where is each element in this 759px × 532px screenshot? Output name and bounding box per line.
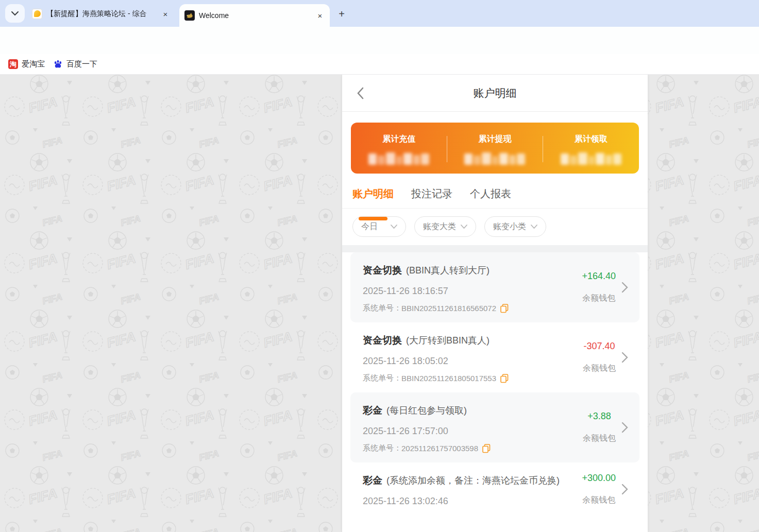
new-tab-button[interactable]: + bbox=[335, 7, 348, 21]
svg-text:FIFA: FIFA bbox=[732, 485, 759, 507]
tab-close-icon[interactable]: × bbox=[161, 9, 170, 19]
svg-text:FIFA: FIFA bbox=[653, 250, 685, 272]
svg-text:FIFA: FIFA bbox=[262, 407, 294, 429]
svg-text:FIFA: FIFA bbox=[105, 329, 137, 351]
page-title: 账户明细 bbox=[474, 86, 517, 100]
panel-header: 账户明细 bbox=[342, 75, 648, 112]
svg-text:FIFA: FIFA bbox=[105, 407, 137, 429]
tx-datetime: 2025-11-26 18:16:57 bbox=[363, 286, 579, 297]
svg-text:FIFA: FIFA bbox=[653, 172, 685, 194]
tx-wallet: 余额钱包 bbox=[582, 495, 615, 506]
svg-text:FIFA: FIFA bbox=[120, 291, 142, 306]
svg-text:FIFA: FIFA bbox=[746, 370, 759, 385]
masked-value bbox=[368, 151, 429, 165]
tab-bet-records[interactable]: 投注记录 bbox=[411, 187, 452, 208]
tab-search-button[interactable] bbox=[5, 4, 25, 23]
svg-text:FIFA: FIFA bbox=[27, 172, 59, 194]
svg-text:FIFA: FIFA bbox=[732, 172, 759, 194]
masked-value bbox=[561, 151, 621, 165]
copy-icon[interactable] bbox=[500, 304, 509, 313]
transaction-row[interactable]: 资金切换(大厅转到BBIN真人) 2025-11-26 18:05:02 系统单… bbox=[350, 322, 639, 392]
chevron-right-icon[interactable] bbox=[621, 483, 628, 495]
copy-icon[interactable] bbox=[500, 374, 509, 383]
baidu-paw-icon bbox=[53, 59, 63, 69]
tab-title: Welcome bbox=[199, 11, 315, 20]
chevron-down-icon bbox=[391, 225, 397, 229]
svg-text:FIFA: FIFA bbox=[27, 485, 59, 507]
svg-text:FIFA: FIFA bbox=[746, 448, 759, 463]
svg-text:FIFA: FIFA bbox=[653, 485, 685, 507]
tx-amount: +164.40 bbox=[582, 271, 616, 282]
svg-text:FIFA: FIFA bbox=[183, 250, 215, 272]
svg-text:FIFA: FIFA bbox=[262, 94, 294, 116]
transaction-row[interactable]: 彩金(每日红包参与领取) 2025-11-26 17:57:00 系统单号：20… bbox=[350, 392, 639, 462]
chevron-right-icon[interactable] bbox=[621, 421, 628, 434]
tab-account-detail[interactable]: 账户明细 bbox=[352, 187, 394, 208]
browser-tab-welcome[interactable]: Welcome × bbox=[179, 4, 330, 27]
bookmark-baidu[interactable]: 百度一下 bbox=[53, 59, 97, 69]
svg-text:FIFA: FIFA bbox=[276, 448, 298, 463]
bookmarks-bar: 淘 爱淘宝 百度一下 bbox=[0, 54, 759, 75]
browser-tab-forum[interactable]: 【新提醒】海燕策略论坛 - 综合 × bbox=[27, 4, 175, 24]
svg-text:FIFA: FIFA bbox=[120, 135, 142, 150]
page-background: FIFAFIFAFIFAFIFAFIFAFIFAFIFAFIFAFIFAFIFA… bbox=[0, 75, 759, 532]
svg-text:FIFA: FIFA bbox=[668, 370, 690, 385]
taobao-icon: 淘 bbox=[8, 59, 18, 69]
svg-text:FIFA: FIFA bbox=[183, 407, 215, 429]
tx-note: (BBIN真人转到大厅) bbox=[406, 265, 490, 276]
svg-text:FIFA: FIFA bbox=[183, 485, 215, 507]
summary-claim: 累计领取 bbox=[543, 123, 639, 174]
chevron-right-icon[interactable] bbox=[621, 281, 628, 294]
tx-note: (每日红包参与领取) bbox=[386, 405, 467, 416]
svg-text:FIFA: FIFA bbox=[653, 407, 685, 429]
svg-text:FIFA: FIFA bbox=[105, 485, 137, 507]
svg-text:FIFA: FIFA bbox=[746, 135, 759, 150]
svg-text:FIFA: FIFA bbox=[120, 448, 142, 463]
tx-order-no: BBIN202511261805017553 bbox=[401, 374, 496, 383]
svg-text:FIFA: FIFA bbox=[183, 172, 215, 194]
svg-text:FIFA: FIFA bbox=[120, 370, 142, 385]
back-chevron-button[interactable] bbox=[357, 87, 364, 101]
svg-text:FIFA: FIFA bbox=[27, 94, 59, 116]
svg-text:FIFA: FIFA bbox=[198, 448, 220, 463]
svg-text:FIFA: FIFA bbox=[746, 213, 759, 228]
svg-text:FIFA: FIFA bbox=[668, 448, 690, 463]
svg-text:FIFA: FIFA bbox=[41, 213, 63, 228]
svg-text:FIFA: FIFA bbox=[198, 526, 220, 532]
browser-toolbar: 175616.cc/reports/index bbox=[0, 27, 759, 54]
svg-text:FIFA: FIFA bbox=[668, 213, 690, 228]
svg-text:FIFA: FIFA bbox=[276, 213, 298, 228]
section-divider bbox=[342, 245, 648, 252]
summary-deposit: 累计充值 bbox=[351, 123, 447, 174]
bookmark-taobao[interactable]: 淘 爱淘宝 bbox=[8, 59, 45, 69]
tab-personal-report[interactable]: 个人报表 bbox=[470, 187, 511, 208]
svg-text:FIFA: FIFA bbox=[198, 370, 220, 385]
svg-text:FIFA: FIFA bbox=[653, 94, 685, 116]
svg-text:FIFA: FIFA bbox=[41, 448, 63, 463]
divider bbox=[543, 136, 543, 162]
svg-text:FIFA: FIFA bbox=[262, 485, 294, 507]
report-tabs: 账户明细 投注记录 个人报表 bbox=[342, 174, 648, 209]
tx-amount: -307.40 bbox=[583, 341, 615, 352]
chevron-down-icon bbox=[11, 11, 19, 16]
tx-amount: +3.88 bbox=[587, 411, 611, 422]
chevron-left-icon bbox=[357, 87, 364, 99]
transaction-row[interactable]: 资金切换(BBIN真人转到大厅) 2025-11-26 18:16:57 系统单… bbox=[350, 252, 639, 322]
svg-text:FIFA: FIFA bbox=[198, 291, 220, 306]
filter-major-type[interactable]: 账变大类 bbox=[414, 216, 476, 237]
forum-tab-favicon-icon bbox=[32, 9, 42, 19]
copy-icon[interactable] bbox=[482, 444, 491, 453]
chevron-right-icon[interactable] bbox=[621, 351, 628, 364]
svg-text:FIFA: FIFA bbox=[746, 526, 759, 532]
svg-text:FIFA: FIFA bbox=[105, 250, 137, 272]
chevron-down-icon bbox=[461, 225, 467, 229]
svg-text:FIFA: FIFA bbox=[27, 329, 59, 351]
filter-minor-type[interactable]: 账变小类 bbox=[484, 216, 546, 237]
svg-text:FIFA: FIFA bbox=[105, 94, 137, 116]
tx-wallet: 余额钱包 bbox=[583, 433, 616, 444]
tab-close-icon[interactable]: × bbox=[315, 11, 325, 20]
svg-text:FIFA: FIFA bbox=[262, 172, 294, 194]
chevron-down-icon bbox=[531, 225, 537, 229]
tx-amount: +300.00 bbox=[582, 473, 616, 484]
transaction-row[interactable]: 彩金(系统添加余额，备注：海燕论坛金币兑换) 2025-11-26 13:02:… bbox=[350, 462, 639, 516]
